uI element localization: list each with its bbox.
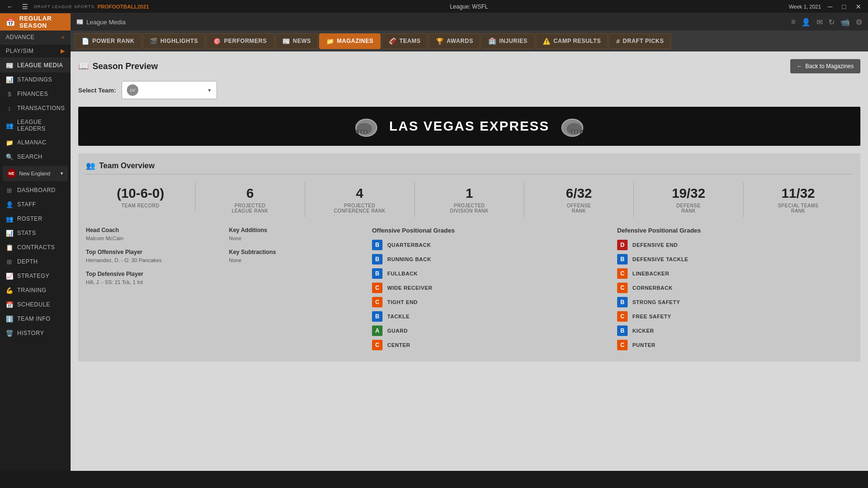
sidebar-item-strategy[interactable]: 📈 STRATEGY (0, 269, 71, 283)
sidebar-item-staff[interactable]: 👤 STAFF (0, 197, 71, 212)
power-rank-icon: 📄 (82, 38, 90, 45)
tab-draft-picks[interactable]: # Draft Picks (609, 33, 671, 49)
grade-position-name: DEFENSIVE TACKLE (632, 256, 688, 262)
sidebar-item-stats[interactable]: 📊 STATS (0, 226, 71, 240)
tab-awards[interactable]: 🏆 Awards (429, 33, 480, 49)
detail-col-transactions: Key Additions None Key Subtractions None (229, 227, 362, 354)
team-helmet-right (559, 114, 588, 138)
content-header-icon: 📰 (76, 19, 83, 25)
team-logo-select: LV (127, 84, 138, 96)
defense-rank-label: DEFENSERANK (638, 203, 739, 214)
offensive-grade-row: BRUNNING BACK (372, 254, 608, 264)
grade-letter: C (617, 340, 628, 350)
roster-icon: 👥 (6, 215, 13, 223)
sidebar-item-roster[interactable]: 👥 ROSTER (0, 212, 71, 226)
sidebar-item-schedule[interactable]: 📅 SCHEDULE (0, 297, 71, 312)
tab-injuries[interactable]: 🏥 Injuries (481, 33, 535, 49)
content-area: 📰 League Media ≡ 👤 ✉ ↻ 📹 ⚙ 📄 Power Rank … (71, 13, 868, 471)
sidebar-item-advance[interactable]: ADVANCE » (0, 30, 71, 44)
stats-label: STATS (17, 230, 36, 236)
team-selector-arrow: ▼ (60, 171, 64, 176)
grade-position-name: CENTER (387, 342, 410, 348)
defensive-grade-row: CPUNTER (617, 340, 853, 350)
top-offensive-player-title: Top Offensive Player (86, 249, 219, 255)
transactions-icon: ↕ (6, 104, 13, 112)
season-label: REGULAR SEASON (20, 15, 65, 29)
grade-letter: A (372, 325, 382, 336)
sidebar-item-standings[interactable]: 📊 STANDINGS (0, 72, 71, 87)
page-content: 📖 Season Preview ← Back to Magazines Sel… (71, 51, 868, 471)
camera-icon-btn[interactable]: 📹 (840, 18, 850, 27)
grade-position-name: RUNNING BACK (387, 256, 431, 262)
stat-defense-rank: 19/32 DEFENSERANK (634, 182, 744, 217)
close-button[interactable]: ✕ (853, 2, 864, 11)
contracts-icon: 📋 (6, 244, 13, 251)
tab-camp-results[interactable]: ⚠️ Camp Results (536, 33, 608, 49)
top-offensive-player-item: Top Offensive Player Hernandez, D. - G: … (86, 249, 219, 263)
sidebar-item-almanac[interactable]: 📁 ALMANAC (0, 135, 71, 150)
sidebar-item-search[interactable]: 🔍 SEARCH (0, 150, 71, 164)
sidebar-item-dashboard[interactable]: ⊞ DASHBOARD (0, 183, 71, 197)
sidebar-item-history[interactable]: 🗑️ HISTORY (0, 326, 71, 340)
schedule-label: SCHEDULE (17, 301, 50, 308)
back-system-button[interactable]: ← (4, 2, 16, 11)
depth-icon: ⊞ (6, 258, 13, 265)
defensive-grade-row: DDEFENSIVE END (617, 240, 853, 250)
transactions-label: TRANSACTIONS (17, 105, 65, 112)
grade-letter: C (372, 283, 382, 293)
tab-news[interactable]: 📰 News (275, 33, 319, 49)
sidebar-item-transactions[interactable]: ↕ TRANSACTIONS (0, 101, 71, 115)
team-select-dropdown[interactable]: LV Las Vegas Express ▼ (122, 81, 217, 99)
defensive-grades-col: Defensive Positional Grades DDEFENSIVE E… (617, 227, 853, 354)
maximize-button[interactable]: □ (839, 2, 849, 11)
depth-label: DEPTH (17, 258, 38, 265)
top-defensive-player-value: Hill, J. - SS: 21 Tck, 1 Int (86, 279, 219, 285)
sidebar-item-depth[interactable]: ⊞ DEPTH (0, 254, 71, 269)
menu-button[interactable]: ☰ (19, 2, 31, 11)
defensive-grade-row: CCORNERBACK (617, 283, 853, 293)
sidebar-item-training[interactable]: 💪 TRAINING (0, 283, 71, 297)
strategy-icon: 📈 (6, 272, 13, 280)
person-icon-btn[interactable]: 👤 (801, 18, 811, 27)
offense-rank-value: 6/32 (528, 186, 630, 201)
tab-power-rank[interactable]: 📄 Power Rank (74, 33, 142, 49)
sidebar-item-team-info[interactable]: ℹ️ TEAM INFO (0, 312, 71, 326)
team-record-value: (10-6-0) (90, 186, 191, 201)
grade-letter: C (617, 283, 628, 293)
db-icon-btn[interactable]: ≡ (791, 18, 796, 26)
offensive-grade-row: BFULLBACK (372, 268, 608, 279)
news-icon: 📰 (282, 38, 290, 45)
grade-position-name: CORNERBACK (632, 285, 672, 291)
key-additions-item: Key Additions None (229, 227, 362, 241)
tab-camp-results-label: Camp Results (554, 38, 601, 44)
tab-magazines-label: Magazines (337, 38, 374, 44)
tab-highlights[interactable]: 🎬 Highlights (143, 33, 206, 49)
sidebar-item-league-media[interactable]: 📰 LEAGUE MEDIA (0, 58, 71, 72)
tab-magazines[interactable]: 📁 Magazines (319, 33, 381, 49)
sidebar-item-league-leaders[interactable]: 👥 LEAGUE LEADERS (0, 115, 71, 135)
sidebar-item-contracts[interactable]: 📋 CONTRACTS (0, 240, 71, 254)
team-selector[interactable]: NE New England ▼ (3, 166, 68, 181)
minimize-button[interactable]: ─ (825, 2, 836, 11)
page-title-icon: 📖 (78, 61, 89, 71)
refresh-icon-btn[interactable]: ↻ (828, 18, 835, 27)
defensive-grade-row: CFREE SAFETY (617, 311, 853, 322)
grade-position-name: PUNTER (632, 342, 655, 348)
app-title: DRAFT LEAGUE SPORTS (34, 4, 94, 9)
mail-icon-btn[interactable]: ✉ (816, 18, 823, 27)
tab-teams[interactable]: 🏈 Teams (382, 33, 428, 49)
key-subtractions-value: None (229, 257, 362, 263)
sidebar-item-finances[interactable]: $ FINANCES (0, 87, 71, 101)
back-to-magazines-button[interactable]: ← Back to Magazines (790, 59, 860, 73)
grade-position-name: QUARTERBACK (387, 242, 431, 248)
league-media-icon: 📰 (6, 61, 13, 69)
settings-icon-btn[interactable]: ⚙ (856, 18, 862, 27)
sidebar-item-playsim[interactable]: PLAY/SIM ▶ (0, 44, 71, 58)
tab-draft-picks-label: Draft Picks (623, 38, 664, 44)
almanac-icon: 📁 (6, 139, 13, 146)
advance-label: ADVANCE (6, 34, 35, 41)
team-record-label: TEAM RECORD (90, 203, 191, 208)
defensive-grade-row: BDEFENSIVE TACKLE (617, 254, 853, 264)
tab-performers[interactable]: 🎯 Performers (206, 33, 274, 49)
league-media-label: LEAGUE MEDIA (17, 62, 63, 69)
